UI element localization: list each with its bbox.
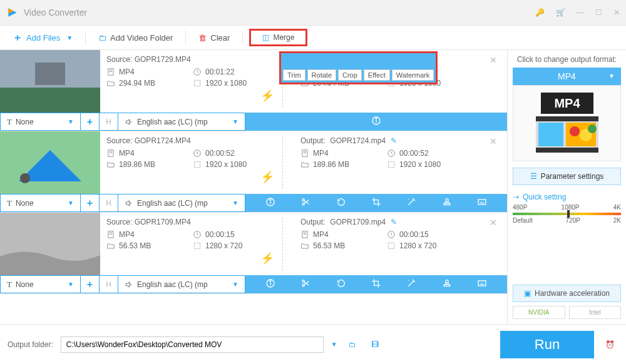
- add-files-button[interactable]: ＋ Add Files ▼: [0, 26, 85, 49]
- trim-button[interactable]: [298, 276, 313, 293]
- hd-toggle[interactable]: H: [100, 113, 118, 130]
- edit-name-icon[interactable]: ✎: [391, 218, 397, 226]
- nvidia-chip: NVIDIA: [513, 306, 565, 319]
- format-value: MP4: [558, 71, 576, 81]
- minimize-button[interactable]: —: [577, 8, 584, 17]
- crop-button[interactable]: Crop: [338, 54, 362, 81]
- dimensions-icon: [193, 79, 202, 88]
- thumbnail[interactable]: [0, 131, 100, 194]
- add-folder-button[interactable]: 🗀 Add Video Folder: [86, 26, 185, 49]
- audio-selector[interactable]: English aac (LC) (mp▼: [118, 195, 245, 211]
- folder-icon: 🗀: [98, 33, 106, 43]
- info-button[interactable]: [369, 113, 384, 130]
- file-row: ✕ Source: GOPR1724.MP4 MP400:00:52 189.8…: [0, 131, 507, 213]
- trim-button[interactable]: Trim: [283, 54, 305, 81]
- info-button[interactable]: [263, 195, 278, 211]
- clock-icon: [387, 230, 396, 239]
- thumbnail[interactable]: [0, 50, 100, 113]
- open-folder-icon[interactable]: 🗀: [345, 340, 360, 349]
- audio-selector[interactable]: English aac (LC) (mp▼: [118, 113, 245, 130]
- output-filename: GOPR1724.mp4: [330, 136, 386, 145]
- subtitle-button[interactable]: [475, 276, 490, 293]
- subtitle-selector[interactable]: TNone▼: [1, 195, 81, 211]
- dropdown-icon[interactable]: ▼: [331, 341, 337, 348]
- source-column: Source: GOPR1729.MP4 MP400:01:22 294.94 …: [100, 50, 275, 113]
- format-selector[interactable]: MP4 ▼: [513, 68, 621, 85]
- folder-icon: [106, 241, 115, 250]
- film-icon[interactable]: 🎞: [367, 340, 382, 349]
- trash-icon: 🗑: [198, 33, 207, 43]
- merge-label: Merge: [273, 33, 294, 42]
- watermark-button[interactable]: Watermark: [392, 54, 434, 81]
- add-files-label: Add Files: [26, 33, 60, 43]
- parameter-settings-button[interactable]: ☰ Parameter settings: [513, 168, 621, 185]
- out-format: MP4: [313, 149, 329, 158]
- thumbnail[interactable]: [0, 213, 100, 275]
- remove-row-button[interactable]: ✕: [490, 55, 497, 65]
- edit-name-icon[interactable]: ✎: [391, 136, 397, 145]
- subtitle-button[interactable]: [475, 195, 490, 211]
- maximize-button[interactable]: ☐: [595, 8, 602, 17]
- merge-button[interactable]: ◫ Merge: [249, 29, 307, 46]
- add-folder-label: Add Video Folder: [110, 33, 173, 43]
- info-button[interactable]: [263, 276, 278, 293]
- effect-button[interactable]: Effect: [364, 54, 390, 81]
- close-button[interactable]: ✕: [613, 8, 620, 17]
- rotate-button[interactable]: [334, 195, 349, 211]
- quality-slider[interactable]: 480P1080P4K Default720P2K: [513, 204, 621, 224]
- hd-toggle[interactable]: H: [100, 276, 118, 293]
- add-subtitle-button[interactable]: +: [81, 113, 100, 130]
- src-format: MP4: [119, 230, 135, 239]
- row-controls: TNone▼ + H English aac (LC) (mp▼: [0, 194, 507, 212]
- source-filename: GOPR1724.MP4: [135, 136, 191, 145]
- svg-point-32: [270, 200, 270, 200]
- plus-icon: ＋: [13, 31, 23, 44]
- rotate-button[interactable]: [334, 276, 349, 293]
- subtitle-value: None: [16, 199, 34, 208]
- out-format: MP4: [313, 230, 329, 239]
- bolt-icon: ⚡: [260, 251, 274, 265]
- hd-toggle[interactable]: H: [100, 195, 118, 211]
- trim-button[interactable]: [298, 195, 313, 211]
- out-size: 189.86 MB: [313, 160, 349, 169]
- output-column: Output: GOPR1724.mp4 ✎ MP400:00:52 189.8…: [275, 131, 451, 194]
- remove-row-button[interactable]: ✕: [490, 218, 497, 228]
- remove-row-button[interactable]: ✕: [490, 136, 497, 146]
- preset-tick: 480P: [513, 204, 527, 211]
- effect-button[interactable]: [404, 195, 419, 211]
- cart-icon[interactable]: 🛒: [556, 8, 565, 17]
- subtitle-selector[interactable]: TNone▼: [1, 113, 81, 130]
- crop-button[interactable]: [369, 195, 384, 211]
- crop-button[interactable]: [369, 276, 384, 293]
- chevron-down-icon: ▼: [232, 118, 239, 125]
- bolt-icon: ⚡: [260, 89, 274, 103]
- key-icon[interactable]: 🔑: [535, 8, 545, 17]
- dimensions-icon: [193, 241, 202, 250]
- run-button[interactable]: Run: [500, 331, 594, 358]
- add-subtitle-button[interactable]: +: [81, 195, 100, 211]
- add-subtitle-button[interactable]: +: [81, 276, 100, 293]
- effect-button[interactable]: [404, 276, 419, 293]
- out-resolution: 1280 x 720: [399, 241, 436, 250]
- clock-icon[interactable]: ⏰: [602, 340, 618, 349]
- rotate-button[interactable]: Rotate: [307, 54, 336, 81]
- format-preview[interactable]: MP4: [513, 85, 621, 161]
- folder-icon: [300, 160, 309, 169]
- subtitle-selector[interactable]: TNone▼: [1, 276, 81, 293]
- preset-tick: 1080P: [562, 204, 580, 211]
- clock-icon: [193, 230, 202, 239]
- src-duration: 00:01:22: [205, 68, 235, 76]
- format-icon: [106, 68, 115, 76]
- svg-point-52: [302, 280, 304, 282]
- watermark-button[interactable]: [439, 195, 454, 211]
- format-icon: [106, 230, 115, 239]
- audio-selector[interactable]: English aac (LC) (mp▼: [118, 276, 245, 293]
- svg-rect-24: [194, 161, 200, 167]
- watermark-button[interactable]: [439, 276, 454, 293]
- crop-icon: [342, 54, 357, 68]
- hardware-accel-button[interactable]: ▣ Hardware acceleration: [513, 285, 621, 302]
- param-label: Parameter settings: [541, 172, 604, 181]
- clear-button[interactable]: 🗑 Clear: [186, 26, 242, 49]
- output-folder-input[interactable]: [61, 336, 324, 353]
- svg-point-19: [20, 173, 30, 183]
